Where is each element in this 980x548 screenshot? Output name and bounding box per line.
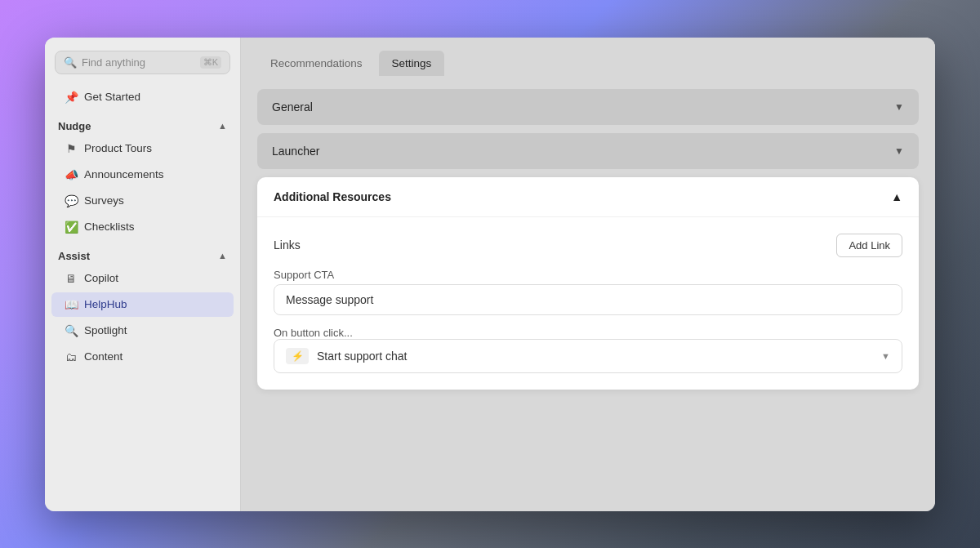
additional-resources-header[interactable]: Additional Resources ▲ (257, 177, 919, 217)
sidebar-item-label: Copilot (84, 272, 118, 284)
assist-arrow-icon: ▲ (218, 251, 227, 261)
additional-resources-title: Additional Resources (274, 190, 391, 203)
spotlight-icon: 🔍 (65, 324, 78, 337)
sidebar-item-checklists[interactable]: ✅ Checklists (51, 215, 234, 239)
accordion-general-header[interactable]: General ▼ (257, 89, 919, 125)
add-link-button[interactable]: Add Link (836, 234, 902, 257)
book-icon: 📖 (65, 298, 78, 311)
main-content: Recommendations Settings General ▼ Launc… (241, 38, 935, 511)
sidebar-item-copilot[interactable]: 🖥 Copilot (51, 266, 234, 291)
sidebar-item-get-started[interactable]: 📌 Get Started (51, 85, 234, 109)
accordion-launcher-label: Launcher (272, 145, 319, 158)
support-cta-field: Support CTA (274, 269, 902, 315)
general-chevron-icon: ▼ (894, 101, 904, 113)
tab-settings[interactable]: Settings (379, 51, 445, 76)
copilot-icon: 🖥 (65, 272, 78, 285)
on-button-click-field: On button click... ⚡ Start support chat … (274, 327, 902, 373)
tab-recommendations[interactable]: Recommendations (257, 51, 376, 76)
support-cta-label: Support CTA (274, 269, 902, 281)
on-button-click-dropdown[interactable]: ⚡ Start support chat ▼ (274, 339, 902, 373)
accordion-general[interactable]: General ▼ (257, 89, 919, 125)
sidebar-item-label: Checklists (84, 221, 135, 233)
launcher-chevron-icon: ▼ (894, 145, 904, 157)
search-bar[interactable]: 🔍 Find anything ⌘K (55, 51, 230, 74)
sidebar-section-assist[interactable]: Assist ▲ (45, 243, 240, 265)
search-placeholder: Find anything (82, 56, 195, 69)
links-label: Links (274, 238, 301, 252)
content-icon: 🗂 (65, 350, 78, 363)
accordion-general-label: General (272, 100, 313, 114)
sidebar-item-label: HelpHub (84, 298, 127, 310)
sidebar: 🔍 Find anything ⌘K 📌 Get Started Nudge ▲… (45, 38, 241, 511)
app-window: 🔍 Find anything ⌘K 📌 Get Started Nudge ▲… (45, 38, 935, 511)
checklist-icon: ✅ (65, 221, 78, 234)
nudge-arrow-icon: ▲ (218, 121, 227, 131)
section-label: Assist (58, 250, 90, 262)
dropdown-icon: ⚡ (286, 348, 309, 364)
sidebar-item-label: Surveys (84, 194, 124, 207)
on-button-click-label: On button click... (274, 327, 902, 339)
dropdown-selected-value: Start support chat (317, 350, 873, 363)
links-row: Links Add Link (274, 234, 902, 257)
sidebar-item-surveys[interactable]: 💬 Surveys (51, 189, 234, 213)
tab-bar: Recommendations Settings (241, 38, 935, 76)
flag-icon: ⚑ (65, 142, 78, 155)
sidebar-section-nudge[interactable]: Nudge ▲ (45, 114, 240, 136)
survey-icon: 💬 (65, 194, 78, 207)
megaphone-icon: 📣 (65, 168, 78, 181)
accordion-launcher-header[interactable]: Launcher ▼ (257, 133, 919, 169)
support-cta-input[interactable] (274, 284, 902, 315)
sidebar-item-spotlight[interactable]: 🔍 Spotlight (51, 319, 234, 343)
search-icon: 🔍 (64, 56, 77, 69)
content-area: General ▼ Launcher ▼ Additional Resource… (241, 76, 935, 511)
sidebar-item-label: Get Started (84, 91, 140, 103)
search-shortcut: ⌘K (200, 56, 221, 69)
sidebar-item-helphub[interactable]: 📖 HelpHub (51, 292, 234, 317)
additional-resources-card: Additional Resources ▲ Links Add Link Su… (257, 177, 919, 390)
pin-icon: 📌 (65, 91, 78, 104)
sidebar-item-content[interactable]: 🗂 Content (51, 345, 234, 369)
sidebar-item-label: Content (84, 350, 122, 363)
sidebar-item-label: Product Tours (84, 142, 152, 154)
section-label: Nudge (58, 120, 91, 132)
additional-resources-body: Links Add Link Support CTA On button cli… (257, 217, 919, 390)
additional-resources-collapse-icon: ▲ (891, 190, 902, 203)
accordion-launcher[interactable]: Launcher ▼ (257, 133, 919, 169)
dropdown-chevron-icon: ▼ (881, 351, 890, 361)
sidebar-item-label: Spotlight (84, 324, 127, 336)
sidebar-item-label: Announcements (84, 168, 164, 180)
sidebar-item-product-tours[interactable]: ⚑ Product Tours (51, 136, 234, 161)
sidebar-item-announcements[interactable]: 📣 Announcements (51, 163, 234, 187)
